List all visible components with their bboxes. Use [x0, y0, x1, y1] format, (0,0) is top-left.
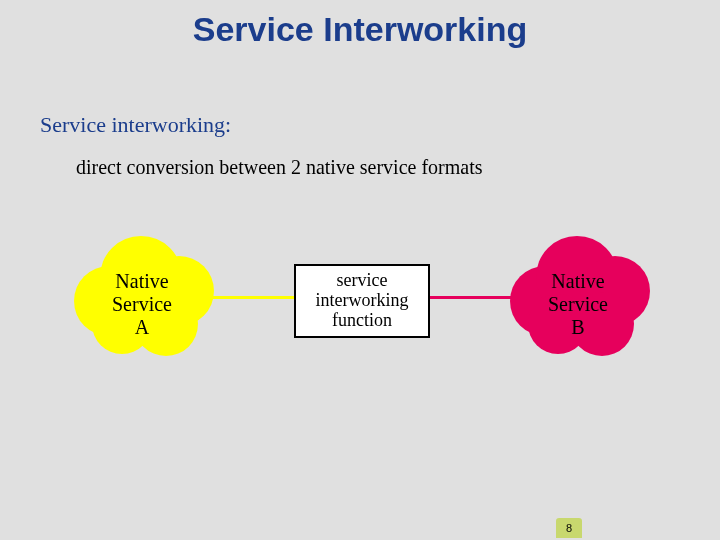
connector-b: [426, 296, 512, 299]
cloud-a-line3: A: [135, 316, 149, 338]
iwf-line1: service: [337, 270, 388, 290]
iwf-line3: function: [332, 310, 392, 330]
cloud-a-line2: Service: [112, 293, 172, 315]
slide-title: Service Interworking: [0, 10, 720, 49]
cloud-b-label: Native Service B: [510, 270, 646, 339]
interworking-function-box: service interworking function: [294, 264, 430, 338]
cloud-b-line2: Service: [548, 293, 608, 315]
cloud-b-line3: B: [571, 316, 584, 338]
iwf-line2: interworking: [316, 290, 409, 310]
subheading: Service interworking:: [40, 112, 231, 138]
cloud-b-line1: Native: [551, 270, 604, 292]
cloud-a-line1: Native: [115, 270, 168, 292]
description: direct conversion between 2 native servi…: [76, 156, 483, 179]
cloud-a-label: Native Service A: [74, 270, 210, 339]
connector-a: [200, 296, 294, 299]
page-number: 8: [556, 518, 582, 538]
slide: Service Interworking Service interworkin…: [0, 0, 720, 540]
